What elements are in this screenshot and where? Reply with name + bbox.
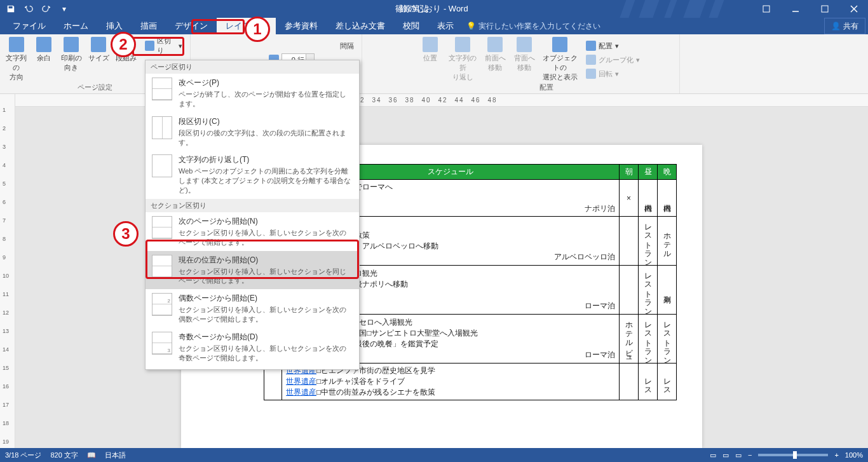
breaks-button[interactable]: 区切り▾ bbox=[145, 39, 182, 52]
position-button[interactable]: 位置 bbox=[417, 37, 444, 63]
menu-item-continuous[interactable]: 現在の位置から開始(O)セクション区切りを挿入し、新しいセクションを同じページで… bbox=[146, 251, 359, 290]
menu-item-page-break[interactable]: 改ページ(P)ページが終了し、次のページが開始する位置を指定します。 bbox=[146, 74, 359, 112]
view-web-icon[interactable]: ▭ bbox=[735, 451, 742, 459]
tell-me[interactable]: 💡 実行したい作業を入力してください bbox=[466, 18, 600, 34]
save-icon[interactable] bbox=[4, 2, 18, 16]
minimize-icon[interactable] bbox=[782, 0, 810, 18]
ruler-horizontal: 141618202224262830323436384042444648 bbox=[15, 94, 868, 107]
col-night: 晩 bbox=[658, 165, 677, 180]
col-morning: 朝 bbox=[620, 165, 639, 180]
maximize-icon[interactable] bbox=[811, 0, 839, 18]
status-bar: 3/18 ページ 820 文字 📖 日本語 ▭ ▭ ▭ − + 100% bbox=[0, 448, 868, 462]
undo-icon[interactable] bbox=[22, 2, 36, 16]
svg-rect-2 bbox=[822, 6, 828, 12]
zoom-level[interactable]: 100% bbox=[845, 451, 863, 459]
send-backward-button[interactable]: 背面へ 移動 bbox=[511, 37, 538, 72]
view-read-icon[interactable]: ▭ bbox=[710, 451, 716, 459]
tab-home[interactable]: ホーム bbox=[55, 18, 97, 34]
window-title: 旅のしおり - Word bbox=[400, 3, 468, 15]
tab-mailings[interactable]: 差し込み文書 bbox=[327, 18, 394, 34]
selection-pane-button[interactable]: オブジェクトの 選択と表示 bbox=[540, 37, 580, 82]
tab-review[interactable]: 校閲 bbox=[394, 18, 428, 34]
spacing-header: 間隔 bbox=[340, 41, 354, 51]
size-button[interactable]: サイズ bbox=[86, 37, 111, 63]
bring-forward-button[interactable]: 前面へ 移動 bbox=[482, 37, 508, 72]
orientation-button[interactable]: 印刷の 向き bbox=[58, 37, 83, 72]
share-label: 共有 bbox=[843, 21, 858, 32]
tab-references[interactable]: 参考資料 bbox=[276, 18, 327, 34]
document-area[interactable]: スケジュール 朝 昼 晩 イタリア航空直行便でローマへテルへ移動ナポリ泊×機内機… bbox=[15, 107, 868, 448]
zoom-in-icon[interactable]: + bbox=[834, 451, 838, 459]
col-noon: 昼 bbox=[639, 165, 658, 180]
tab-view[interactable]: 表示 bbox=[428, 18, 463, 34]
group-button[interactable]: グループ化▾ bbox=[586, 53, 640, 66]
workspace: 12345678910111213141516171819202122 1416… bbox=[0, 94, 868, 448]
group-label-arrange: 配置 bbox=[417, 83, 675, 92]
status-words[interactable]: 820 文字 bbox=[50, 451, 78, 460]
margins-button[interactable]: 余白 bbox=[31, 37, 56, 63]
ribbon-options-icon[interactable] bbox=[752, 0, 780, 18]
align-button[interactable]: 配置▾ bbox=[586, 39, 640, 52]
lightbulb-icon: 💡 bbox=[466, 22, 476, 31]
redo-icon[interactable] bbox=[39, 2, 53, 16]
menu-item-odd-page[interactable]: 3 奇数ページから開始(D)セクション区切りを挿入し、新しいセクションを次の奇数… bbox=[146, 328, 359, 367]
callout-1: 1 bbox=[245, 17, 270, 42]
chevron-down-icon: ▾ bbox=[179, 42, 182, 50]
share-icon: 👤 bbox=[831, 22, 841, 31]
title-bar: ▾ 旅のしおり - Word 篠原篤弘 bbox=[0, 0, 868, 18]
align-icon bbox=[586, 41, 596, 51]
text-direction-button[interactable]: 文字列の 方向 bbox=[4, 37, 29, 82]
group-icon bbox=[586, 55, 596, 65]
wrap-text-button[interactable]: 文字列の折 り返し bbox=[446, 37, 479, 82]
menu-section-section-breaks: セクション区切り bbox=[146, 199, 359, 212]
breaks-icon bbox=[145, 41, 154, 51]
share-button[interactable]: 👤 共有 bbox=[824, 18, 865, 34]
close-icon[interactable] bbox=[840, 0, 868, 18]
ruler-vertical: 12345678910111213141516171819202122 bbox=[0, 94, 15, 448]
menu-section-page-breaks: ページ区切り bbox=[146, 60, 359, 74]
quick-access-toolbar: ▾ bbox=[0, 2, 71, 16]
tab-file[interactable]: ファイル bbox=[4, 18, 55, 34]
status-spellcheck-icon[interactable]: 📖 bbox=[87, 451, 96, 459]
qat-more-icon[interactable]: ▾ bbox=[57, 2, 71, 16]
tab-draw[interactable]: 描画 bbox=[132, 18, 166, 34]
breaks-dropdown: ページ区切り 改ページ(P)ページが終了し、次のページが開始する位置を指定します… bbox=[145, 60, 360, 370]
ribbon-tabs: ファイル ホーム 挿入 描画 デザイン レイアウト 参考資料 差し込み文書 校閲… bbox=[0, 18, 868, 34]
rotate-button[interactable]: 回転▾ bbox=[586, 67, 640, 80]
tell-me-placeholder: 実行したい作業を入力してください bbox=[478, 21, 600, 32]
rotate-icon bbox=[586, 69, 596, 79]
zoom-out-icon[interactable]: − bbox=[748, 451, 752, 459]
status-page[interactable]: 3/18 ページ bbox=[5, 451, 41, 460]
zoom-slider[interactable] bbox=[758, 454, 828, 456]
status-language[interactable]: 日本語 bbox=[105, 451, 126, 460]
callout-3: 3 bbox=[113, 221, 139, 247]
callout-2: 2 bbox=[111, 32, 136, 57]
menu-item-text-wrapping[interactable]: 文字列の折り返し(T)Web ページのオブジェクトの周囲にある文字列を分離します… bbox=[146, 151, 359, 199]
menu-item-next-page[interactable]: 次のページから開始(N)セクション区切りを挿入し、新しいセクションを次のページで… bbox=[146, 212, 359, 251]
svg-rect-0 bbox=[763, 6, 770, 12]
view-print-icon[interactable]: ▭ bbox=[722, 451, 729, 459]
menu-item-column-break[interactable]: 段区切り(C)段区切りの後の文字列は、次の段の先頭に配置されます。 bbox=[146, 112, 359, 151]
tab-design[interactable]: デザイン bbox=[166, 18, 217, 34]
menu-item-even-page[interactable]: 2 偶数ページから開始(E)セクション区切りを挿入し、新しいセクションを次の偶数… bbox=[146, 289, 359, 328]
